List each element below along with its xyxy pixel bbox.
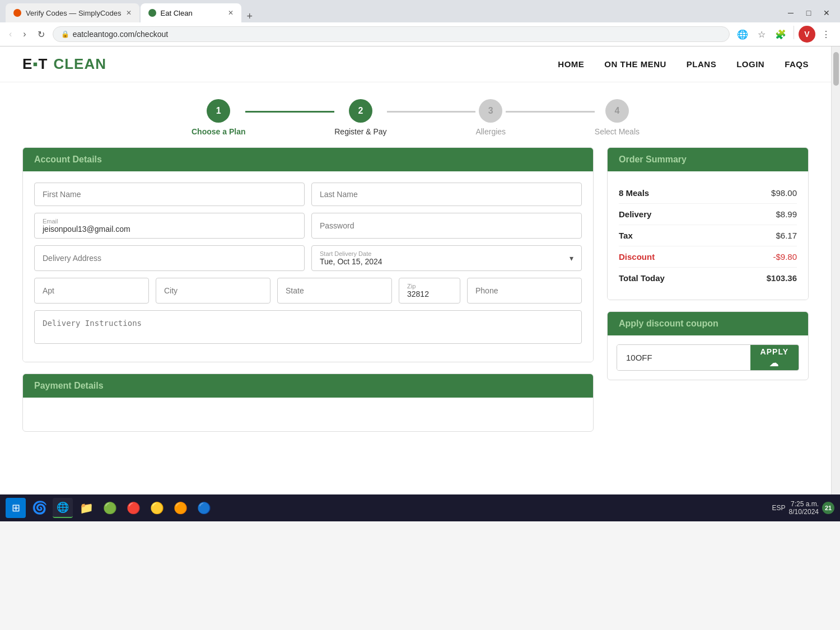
taskbar-app-6[interactable]: 🟡 (147, 498, 167, 518)
taskbar-app-4[interactable]: 🟢 (100, 498, 120, 518)
order-tax-label: Tax (619, 231, 633, 240)
bookmark-button[interactable]: ☆ (753, 26, 770, 43)
close-button[interactable]: ✕ (819, 5, 834, 21)
taskbar-system: ESP 7:25 a.m. 8/10/2024 21 (772, 500, 834, 516)
step-3: 3 Allergies (475, 99, 506, 136)
coupon-title: Apply discount coupon (619, 319, 718, 328)
browser-window: Verify Codes — SimplyCodes ✕ Eat Clean ✕… (0, 0, 840, 494)
scrollbar-thumb[interactable] (833, 52, 839, 86)
order-summary-body: 8 Meals $98.00 Delivery $8.99 Tax $6.17 (608, 171, 808, 300)
nav-login[interactable]: LOGIN (736, 59, 764, 69)
first-name-input[interactable] (34, 183, 305, 206)
email-password-row: Email jeisonpoul13@gmail.com (34, 213, 582, 239)
steps: 1 Choose a Plan 2 Register & Pay (192, 99, 640, 136)
phone-input[interactable] (467, 278, 582, 304)
apt-input[interactable] (34, 278, 149, 304)
tab-eatclean[interactable]: Eat Clean ✕ (141, 3, 241, 22)
start-delivery-date[interactable]: Start Delivery Date Tue, Oct 15, 2024 ▾ (311, 245, 582, 271)
page: E▪T CLEAN HOME ON THE MENU PLANS LOGIN F… (0, 46, 831, 494)
nav-menu[interactable]: ON THE MENU (604, 59, 666, 69)
start-date-value: Tue, Oct 15, 2024 (320, 257, 382, 266)
email-field[interactable]: Email jeisonpoul13@gmail.com (34, 213, 305, 239)
browser-titlebar: Verify Codes — SimplyCodes ✕ Eat Clean ✕… (0, 0, 840, 22)
lock-icon: 🔒 (61, 30, 69, 38)
taskbar-app-7[interactable]: 🟠 (170, 498, 190, 518)
address-bar[interactable]: 🔒 eatcleantogo.com/checkout (53, 26, 730, 42)
taskbar-date: 8/10/2024 (789, 508, 819, 516)
account-details-header: Account Details (23, 148, 593, 171)
translate-button[interactable]: 🌐 (734, 26, 751, 43)
date-field-inner: Start Delivery Date Tue, Oct 15, 2024 (320, 250, 382, 266)
address-date-row: Start Delivery Date Tue, Oct 15, 2024 ▾ (34, 245, 582, 271)
browser-toolbar: ‹ › ↻ 🔒 eatcleantogo.com/checkout 🌐 ☆ 🧩 … (0, 22, 840, 46)
notification-badge[interactable]: 21 (822, 502, 834, 514)
last-name-input[interactable] (311, 183, 582, 206)
extensions-button[interactable]: 🧩 (772, 26, 789, 43)
apply-coupon-button[interactable]: APPLY ☁ (750, 345, 799, 370)
coupon-section: Apply discount coupon APPLY ☁ (607, 311, 809, 380)
taskbar-app-5[interactable]: 🔴 (123, 498, 143, 518)
payment-body (23, 398, 593, 431)
tab-close-2[interactable]: ✕ (228, 9, 234, 17)
step-label-4: Select Meals (595, 127, 640, 136)
address-text: eatcleantogo.com/checkout (73, 30, 168, 39)
order-total-label: Total Today (619, 273, 665, 283)
step-4: 4 Select Meals (595, 99, 640, 136)
password-input[interactable] (311, 213, 582, 239)
new-tab-button[interactable]: + (242, 11, 258, 22)
taskbar-browser[interactable]: 🌐 (53, 498, 73, 518)
order-summary-header: Order Summary (608, 148, 808, 171)
start-date-label: Start Delivery Date (320, 250, 382, 257)
account-details-section: Account Details (22, 147, 594, 362)
account-details-title: Account Details (34, 155, 102, 164)
site-nav: HOME ON THE MENU PLANS LOGIN FAQS (558, 59, 809, 69)
taskbar-app-1[interactable]: 🌀 (29, 498, 49, 518)
order-row-total: Total Today $103.36 (619, 268, 797, 288)
nav-faqs[interactable]: FAQS (785, 59, 809, 69)
delivery-address-input[interactable] (34, 245, 305, 271)
left-column: Account Details (22, 147, 594, 443)
state-input[interactable] (277, 278, 392, 304)
main-content: Account Details (0, 147, 831, 465)
minimize-button[interactable]: ─ (783, 5, 799, 21)
scrollbar-track[interactable] (831, 46, 840, 494)
step-1: 1 Choose a Plan (192, 99, 245, 136)
site-header: E▪T CLEAN HOME ON THE MENU PLANS LOGIN F… (0, 46, 831, 82)
order-meals-value: $98.00 (771, 188, 797, 198)
order-row-delivery: Delivery $8.99 (619, 204, 797, 225)
delivery-instructions-input[interactable] (34, 310, 582, 344)
start-button[interactable]: ⊞ (6, 498, 26, 518)
tab-close-1[interactable]: ✕ (126, 9, 132, 17)
step-label-2: Register & Pay (334, 127, 386, 136)
order-meals-label: 8 Meals (619, 188, 649, 198)
reload-button[interactable]: ↻ (34, 27, 48, 42)
logo-eat: E (22, 55, 32, 73)
menu-button[interactable]: ⋮ (818, 26, 834, 43)
order-row-discount: Discount -$9.80 (619, 246, 797, 268)
order-delivery-value: $8.99 (776, 209, 797, 219)
order-row-tax: Tax $6.17 (619, 225, 797, 246)
account-details-body: Email jeisonpoul13@gmail.com (23, 171, 593, 362)
profile-avatar[interactable]: V (799, 26, 815, 43)
tab-label-2: Eat Clean (161, 9, 193, 17)
step-connector-1 (245, 111, 334, 113)
payment-details-section: Payment Details (22, 374, 594, 432)
site-logo: E▪T CLEAN (22, 55, 106, 73)
zip-field[interactable]: Zip 32812 (399, 278, 460, 304)
coupon-input[interactable] (617, 345, 750, 370)
taskbar-app-8[interactable]: 🔵 (194, 498, 214, 518)
forward-button[interactable]: › (20, 27, 29, 41)
city-input[interactable] (156, 278, 270, 304)
nav-plans[interactable]: PLANS (687, 59, 716, 69)
maximize-button[interactable]: □ (801, 5, 816, 21)
step-circle-4: 4 (605, 99, 629, 123)
nav-home[interactable]: HOME (558, 59, 584, 69)
step-label-1: Choose a Plan (192, 127, 245, 136)
tab-verifycodes[interactable]: Verify Codes — SimplyCodes ✕ (6, 3, 139, 22)
step-circle-1: 1 (207, 99, 230, 123)
back-button[interactable]: ‹ (6, 27, 15, 41)
tab-label-1: Verify Codes — SimplyCodes (26, 9, 122, 17)
step-2: 2 Register & Pay (334, 99, 386, 136)
browser-content: E▪T CLEAN HOME ON THE MENU PLANS LOGIN F… (0, 46, 831, 494)
taskbar-files[interactable]: 📁 (76, 498, 96, 518)
